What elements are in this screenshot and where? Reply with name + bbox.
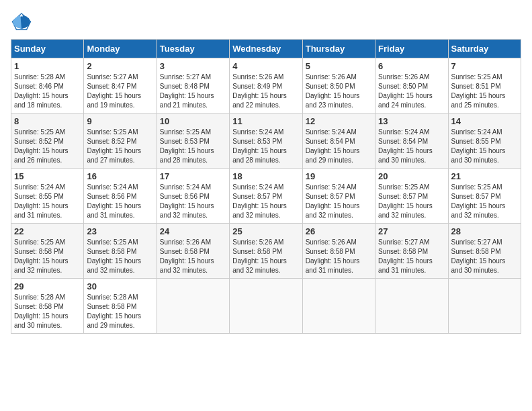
calendar-cell: 23 Sunrise: 5:25 AMSunset: 8:58 PMDaylig… <box>84 224 157 279</box>
day-detail: Sunrise: 5:26 AMSunset: 8:58 PMDaylight:… <box>160 238 214 274</box>
day-number: 24 <box>160 226 226 236</box>
day-detail: Sunrise: 5:28 AMSunset: 8:46 PMDaylight:… <box>14 73 69 109</box>
column-header-saturday: Saturday <box>448 40 521 58</box>
day-number: 8 <box>14 116 81 126</box>
day-number: 29 <box>14 281 81 291</box>
day-detail: Sunrise: 5:26 AMSunset: 8:58 PMDaylight:… <box>306 238 360 274</box>
calendar-cell: 6 Sunrise: 5:26 AMSunset: 8:50 PMDayligh… <box>375 58 448 113</box>
column-header-wednesday: Wednesday <box>230 40 302 58</box>
calendar-week-1: 1 Sunrise: 5:28 AMSunset: 8:46 PMDayligh… <box>11 58 521 113</box>
calendar-cell: 10 Sunrise: 5:25 AMSunset: 8:53 PMDaylig… <box>157 113 229 169</box>
day-number: 12 <box>306 116 372 126</box>
day-detail: Sunrise: 5:25 AMSunset: 8:58 PMDaylight:… <box>14 238 69 274</box>
day-number: 18 <box>232 171 299 181</box>
day-detail: Sunrise: 5:25 AMSunset: 8:51 PMDaylight:… <box>451 73 506 109</box>
day-detail: Sunrise: 5:24 AMSunset: 8:55 PMDaylight:… <box>451 128 506 164</box>
calendar-table: SundayMondayTuesdayWednesdayThursdayFrid… <box>11 39 521 334</box>
calendar-cell: 7 Sunrise: 5:25 AMSunset: 8:51 PMDayligh… <box>448 58 521 113</box>
day-detail: Sunrise: 5:25 AMSunset: 8:57 PMDaylight:… <box>451 183 506 219</box>
day-number: 25 <box>232 226 299 236</box>
day-number: 28 <box>451 226 518 236</box>
day-detail: Sunrise: 5:24 AMSunset: 8:57 PMDaylight:… <box>306 183 360 219</box>
column-header-friday: Friday <box>375 40 448 58</box>
day-detail: Sunrise: 5:26 AMSunset: 8:50 PMDaylight:… <box>306 73 360 109</box>
day-detail: Sunrise: 5:24 AMSunset: 8:54 PMDaylight:… <box>378 128 433 164</box>
day-detail: Sunrise: 5:28 AMSunset: 8:58 PMDaylight:… <box>14 293 69 329</box>
calendar-cell: 17 Sunrise: 5:24 AMSunset: 8:56 PMDaylig… <box>157 169 229 224</box>
calendar-cell: 28 Sunrise: 5:27 AMSunset: 8:58 PMDaylig… <box>448 224 521 279</box>
day-detail: Sunrise: 5:27 AMSunset: 8:58 PMDaylight:… <box>378 238 433 274</box>
calendar-cell <box>448 279 521 334</box>
calendar-cell: 25 Sunrise: 5:26 AMSunset: 8:58 PMDaylig… <box>230 224 302 279</box>
day-detail: Sunrise: 5:27 AMSunset: 8:47 PMDaylight:… <box>87 73 141 109</box>
calendar-cell: 1 Sunrise: 5:28 AMSunset: 8:46 PMDayligh… <box>11 58 84 113</box>
day-number: 6 <box>378 61 445 71</box>
day-number: 14 <box>451 116 518 126</box>
calendar-cell: 3 Sunrise: 5:27 AMSunset: 8:48 PMDayligh… <box>157 58 229 113</box>
calendar-cell: 19 Sunrise: 5:24 AMSunset: 8:57 PMDaylig… <box>302 169 375 224</box>
day-number: 13 <box>378 116 445 126</box>
calendar-cell: 14 Sunrise: 5:24 AMSunset: 8:55 PMDaylig… <box>448 113 521 169</box>
calendar-cell: 22 Sunrise: 5:25 AMSunset: 8:58 PMDaylig… <box>11 224 84 279</box>
day-detail: Sunrise: 5:28 AMSunset: 8:58 PMDaylight:… <box>87 293 141 329</box>
calendar-cell: 5 Sunrise: 5:26 AMSunset: 8:50 PMDayligh… <box>302 58 375 113</box>
calendar-cell: 15 Sunrise: 5:24 AMSunset: 8:55 PMDaylig… <box>11 169 84 224</box>
day-number: 22 <box>14 226 81 236</box>
calendar-header-row: SundayMondayTuesdayWednesdayThursdayFrid… <box>11 40 521 58</box>
day-detail: Sunrise: 5:25 AMSunset: 8:57 PMDaylight:… <box>378 183 433 219</box>
day-number: 26 <box>306 226 372 236</box>
calendar-cell: 2 Sunrise: 5:27 AMSunset: 8:47 PMDayligh… <box>84 58 157 113</box>
day-number: 20 <box>378 171 445 181</box>
calendar-cell <box>157 279 229 334</box>
day-detail: Sunrise: 5:26 AMSunset: 8:50 PMDaylight:… <box>378 73 433 109</box>
day-detail: Sunrise: 5:25 AMSunset: 8:52 PMDaylight:… <box>87 128 141 164</box>
day-detail: Sunrise: 5:27 AMSunset: 8:58 PMDaylight:… <box>451 238 506 274</box>
day-detail: Sunrise: 5:24 AMSunset: 8:57 PMDaylight:… <box>232 183 287 219</box>
day-number: 16 <box>87 171 153 181</box>
header <box>11 11 521 32</box>
day-detail: Sunrise: 5:25 AMSunset: 8:58 PMDaylight:… <box>87 238 141 274</box>
column-header-sunday: Sunday <box>11 40 84 58</box>
day-detail: Sunrise: 5:25 AMSunset: 8:53 PMDaylight:… <box>160 128 214 164</box>
day-detail: Sunrise: 5:24 AMSunset: 8:55 PMDaylight:… <box>14 183 69 219</box>
calendar-week-2: 8 Sunrise: 5:25 AMSunset: 8:52 PMDayligh… <box>11 113 521 169</box>
day-detail: Sunrise: 5:27 AMSunset: 8:48 PMDaylight:… <box>160 73 214 109</box>
day-detail: Sunrise: 5:24 AMSunset: 8:56 PMDaylight:… <box>160 183 214 219</box>
calendar-cell: 24 Sunrise: 5:26 AMSunset: 8:58 PMDaylig… <box>157 224 229 279</box>
column-header-thursday: Thursday <box>302 40 375 58</box>
calendar-cell: 16 Sunrise: 5:24 AMSunset: 8:56 PMDaylig… <box>84 169 157 224</box>
day-number: 17 <box>160 171 226 181</box>
column-header-tuesday: Tuesday <box>157 40 229 58</box>
day-detail: Sunrise: 5:26 AMSunset: 8:58 PMDaylight:… <box>232 238 287 274</box>
day-number: 27 <box>378 226 445 236</box>
day-detail: Sunrise: 5:24 AMSunset: 8:56 PMDaylight:… <box>87 183 141 219</box>
day-number: 5 <box>306 61 372 71</box>
calendar-cell <box>230 279 302 334</box>
day-detail: Sunrise: 5:24 AMSunset: 8:53 PMDaylight:… <box>232 128 287 164</box>
calendar-cell: 12 Sunrise: 5:24 AMSunset: 8:54 PMDaylig… <box>302 113 375 169</box>
day-detail: Sunrise: 5:24 AMSunset: 8:54 PMDaylight:… <box>306 128 360 164</box>
day-number: 3 <box>160 61 226 71</box>
calendar-cell: 26 Sunrise: 5:26 AMSunset: 8:58 PMDaylig… <box>302 224 375 279</box>
logo <box>11 11 34 32</box>
column-header-monday: Monday <box>84 40 157 58</box>
calendar-cell: 8 Sunrise: 5:25 AMSunset: 8:52 PMDayligh… <box>11 113 84 169</box>
day-number: 30 <box>87 281 153 291</box>
calendar-cell: 29 Sunrise: 5:28 AMSunset: 8:58 PMDaylig… <box>11 279 84 334</box>
day-detail: Sunrise: 5:25 AMSunset: 8:52 PMDaylight:… <box>14 128 69 164</box>
calendar-cell: 11 Sunrise: 5:24 AMSunset: 8:53 PMDaylig… <box>230 113 302 169</box>
day-number: 9 <box>87 116 153 126</box>
day-number: 2 <box>87 61 153 71</box>
generalblue-logo-icon <box>11 11 32 32</box>
day-number: 23 <box>87 226 153 236</box>
day-number: 15 <box>14 171 81 181</box>
calendar-cell <box>375 279 448 334</box>
day-number: 10 <box>160 116 226 126</box>
calendar-cell: 30 Sunrise: 5:28 AMSunset: 8:58 PMDaylig… <box>84 279 157 334</box>
calendar-week-5: 29 Sunrise: 5:28 AMSunset: 8:58 PMDaylig… <box>11 279 521 334</box>
day-number: 19 <box>306 171 372 181</box>
calendar-cell: 4 Sunrise: 5:26 AMSunset: 8:49 PMDayligh… <box>230 58 302 113</box>
calendar-cell: 20 Sunrise: 5:25 AMSunset: 8:57 PMDaylig… <box>375 169 448 224</box>
calendar-cell <box>302 279 375 334</box>
calendar-cell: 13 Sunrise: 5:24 AMSunset: 8:54 PMDaylig… <box>375 113 448 169</box>
